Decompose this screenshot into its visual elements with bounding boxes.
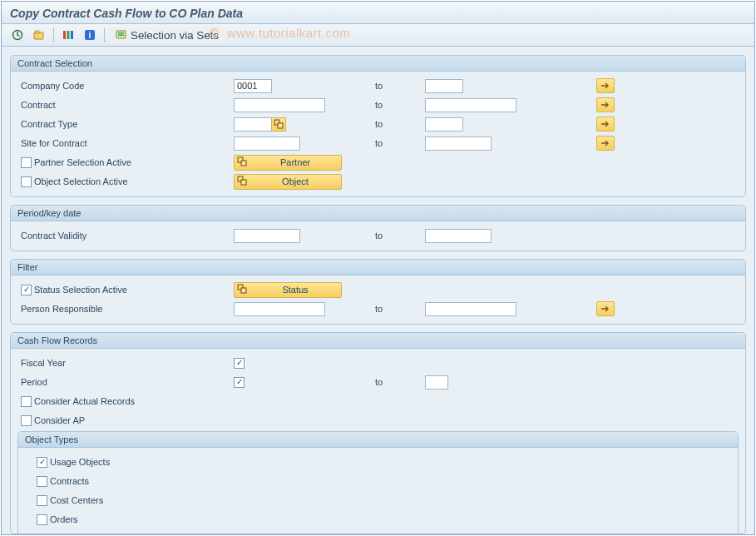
svg-rect-10 [118, 35, 124, 37]
period-checkbox[interactable] [234, 377, 245, 388]
svg-rect-12 [278, 123, 283, 128]
status-selection-label: Status Selection Active [34, 285, 127, 295]
toolbar: i Selection via Sets © www.tutorialkart.… [2, 24, 754, 47]
info-button[interactable]: i [81, 27, 99, 43]
site-from-input[interactable] [234, 136, 300, 151]
toolbar-separator [53, 27, 54, 42]
folder-variant-icon [33, 29, 45, 41]
get-variant-button[interactable] [30, 27, 48, 43]
contract-type-label: Contract Type [17, 119, 234, 129]
group-title: Filter [11, 260, 745, 275]
cost-centers-checkbox[interactable] [37, 495, 47, 506]
fiscal-year-checkbox[interactable] [234, 358, 245, 369]
page-title: Copy Contract Cash Flow to CO Plan Data [2, 2, 754, 24]
validity-from-input[interactable] [234, 229, 300, 243]
to-label: to [325, 81, 425, 91]
contract-type-multiselect-button[interactable] [596, 117, 615, 132]
app-window: Copy Contract Cash Flow to CO Plan Data … [1, 1, 755, 535]
group-object-types: Object Types Usage Objects Contracts Cos… [17, 431, 739, 534]
group-title: Cash Flow Records [11, 333, 745, 349]
arrow-right-icon [600, 120, 610, 128]
projects-label: Projects [50, 534, 83, 534]
site-multiselect-button[interactable] [596, 136, 615, 151]
orders-checkbox[interactable] [37, 514, 47, 525]
contract-multiselect-button[interactable] [596, 97, 615, 112]
partner-button[interactable]: Partner [234, 155, 342, 171]
expand-icon [237, 176, 249, 187]
arrow-right-icon [600, 305, 610, 313]
usage-objects-label: Usage Objects [50, 457, 110, 467]
site-label: Site for Contract [17, 138, 234, 148]
object-button-label: Object [282, 176, 309, 186]
rgb-bars-icon [62, 29, 74, 41]
svg-rect-9 [118, 32, 124, 34]
group-title: Period/key date [11, 206, 745, 221]
contract-type-from-input[interactable] [234, 117, 272, 132]
contract-type-search-button[interactable] [271, 117, 286, 132]
consider-ap-checkbox[interactable] [21, 415, 32, 426]
partner-selection-checkbox[interactable] [21, 157, 32, 168]
person-multiselect-button[interactable] [596, 301, 615, 316]
consider-actual-label: Consider Actual Records [34, 396, 135, 406]
dynamic-selections-button[interactable] [59, 27, 77, 43]
group-title: Contract Selection [11, 56, 745, 72]
selection-via-sets-label: Selection via Sets [131, 29, 219, 42]
status-selection-checkbox[interactable] [21, 285, 32, 295]
company-code-label: Company Code [17, 81, 234, 91]
partner-button-label: Partner [280, 157, 310, 167]
object-selection-label: Object Selection Active [34, 176, 128, 186]
period-to-input[interactable] [425, 375, 448, 390]
period-label: Period [17, 377, 234, 387]
projects-checkbox[interactable] [37, 534, 47, 535]
info-icon: i [84, 29, 96, 41]
search-help-icon [274, 119, 284, 129]
to-label: to [325, 377, 425, 387]
person-to-input[interactable] [425, 302, 516, 316]
group-period: Period/key date Contract Validity to [10, 205, 746, 251]
to-label: to [325, 304, 425, 314]
object-button[interactable]: Object [234, 174, 342, 190]
consider-actual-checkbox[interactable] [21, 396, 32, 407]
contracts-checkbox[interactable] [37, 476, 47, 487]
contract-from-input[interactable] [234, 98, 325, 112]
to-label: to [325, 100, 425, 110]
status-button[interactable]: Status [234, 282, 342, 298]
cost-centers-label: Cost Centers [50, 495, 103, 505]
fiscal-year-label: Fiscal Year [17, 358, 234, 368]
contract-to-input[interactable] [425, 98, 516, 112]
execute-button[interactable] [8, 27, 27, 43]
group-cash-flow: Cash Flow Records Fiscal Year Period to … [10, 332, 746, 534]
arrow-right-icon [600, 82, 610, 90]
watermark: © www.tutorialkart.com [210, 26, 350, 40]
company-code-from-input[interactable] [234, 79, 272, 93]
svg-rect-3 [63, 31, 66, 39]
contract-type-to-input[interactable] [425, 117, 463, 132]
svg-rect-18 [241, 288, 246, 293]
usage-objects-checkbox[interactable] [37, 457, 47, 468]
svg-rect-4 [67, 31, 70, 39]
partner-selection-label: Partner Selection Active [34, 157, 131, 167]
status-button-label: Status [282, 285, 308, 295]
arrow-right-icon [600, 101, 610, 109]
company-code-to-input[interactable] [425, 79, 463, 93]
group-title: Object Types [18, 432, 738, 448]
person-responsible-label: Person Responsible [17, 304, 234, 314]
expand-icon [237, 156, 249, 168]
object-selection-checkbox[interactable] [21, 176, 32, 187]
to-label: to [325, 119, 425, 129]
to-label: to [325, 138, 425, 148]
svg-rect-14 [241, 161, 246, 166]
group-contract-selection: Contract Selection Company Code to Contr… [10, 55, 746, 197]
content-area: Contract Selection Company Code to Contr… [2, 47, 754, 534]
selection-via-sets-button[interactable]: Selection via Sets [110, 27, 225, 43]
contract-validity-label: Contract Validity [17, 231, 234, 241]
svg-rect-2 [35, 31, 39, 33]
svg-text:i: i [89, 31, 91, 40]
validity-to-input[interactable] [425, 229, 492, 243]
clock-execute-icon [12, 29, 23, 41]
to-label: to [325, 231, 425, 241]
person-from-input[interactable] [234, 302, 325, 316]
site-to-input[interactable] [425, 136, 492, 151]
orders-label: Orders [50, 514, 78, 524]
company-code-multiselect-button[interactable] [596, 78, 615, 93]
